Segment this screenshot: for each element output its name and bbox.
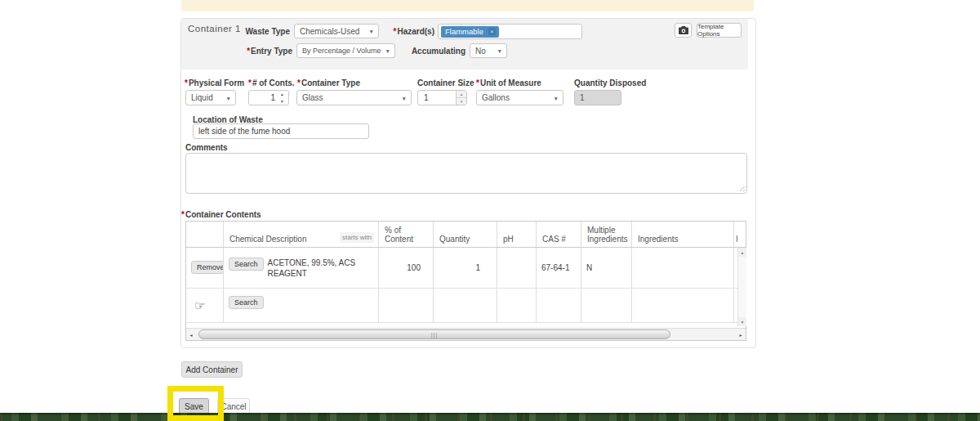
spin-up-icon[interactable]: ▴ [281,92,283,96]
ingredients-cell [631,289,733,322]
vertical-scrollbar[interactable]: ▴ ▾ [737,248,746,326]
chevron-down-icon: ▼ [385,48,390,54]
action-cell: ☞ [186,289,223,322]
pct-content-cell [378,289,433,322]
scrollbar-grip-icon: ||| [431,332,438,338]
hazard-input[interactable]: Flammable × [438,24,582,39]
search-button[interactable]: Search [229,258,264,271]
cancel-button[interactable]: Cancel [217,398,250,414]
chemical-description-column-header: Chemical Description starts with [223,222,378,247]
alert-strip [181,0,754,11]
ingredients-column-header: Ingredients [631,222,733,247]
template-options-button[interactable]: Template Options [697,23,742,38]
entry-type-label: *Entry Type [220,47,292,56]
container-type-value: Glass [302,93,323,102]
cas-cell: 67-64-1 [536,248,581,288]
chemical-description-cell: Search [223,289,378,322]
action-cell: Remove [186,248,223,288]
chevron-down-icon: ▼ [402,95,407,101]
add-container-button[interactable]: Add Container [181,361,243,378]
unit-of-measure-label: *Unit of Measure [476,78,541,87]
multiple-ingredients-cell [581,289,631,322]
pointing-hand-icon: ☞ [194,298,205,313]
waste-type-value: Chemicals-Used [300,27,359,36]
chip-close-icon[interactable]: × [488,28,496,35]
location-of-waste-value: left side of the fume hood [198,127,290,136]
clipped-column-header: I [733,222,737,247]
resize-grip-icon[interactable] [737,184,745,191]
ph-column-header: pH [497,222,536,247]
quantity-disposed-input: 1 [574,90,621,105]
cas-column-header: CAS # [536,222,581,247]
multiple-ingredients-cell: N [581,248,631,288]
table-row: ☞ Search [186,289,746,323]
table-row: Remove Search ACETONE, 99.5%, ACS REAGEN… [186,248,746,289]
container-contents-table: Chemical Description starts with % of Co… [185,221,746,341]
waste-container-form: Container 1 Waste Type Chemicals-Used ▼ … [0,0,980,421]
quantity-column-header: Quantity [433,222,497,247]
pct-content-cell: 100 [378,248,433,288]
table-header-row: Chemical Description starts with % of Co… [186,222,746,248]
multiple-ingredients-column-header: Multiple Ingredients [581,222,631,247]
scroll-up-icon[interactable]: ▴ [738,248,746,257]
spin-down-icon[interactable]: ▾ [281,99,283,104]
chevron-down-icon: ▼ [226,95,231,101]
accumulating-select[interactable]: No ▼ [470,43,507,58]
hazard-chip-label: Flammable [445,27,483,36]
spin-up-icon[interactable]: ▴ [457,91,466,98]
scroll-down-icon[interactable]: ▾ [738,317,746,326]
quantity-cell [433,289,497,322]
hazard-label: *Hazard(s) [368,27,434,36]
container-type-select[interactable]: Glass ▼ [296,90,412,105]
container-size-label: Container Size [417,78,474,87]
scrollbar-thumb[interactable]: ||| [198,329,670,339]
cas-cell [536,289,581,322]
camera-button[interactable] [675,23,692,38]
entry-type-value: By Percentage / Volume [302,47,381,55]
num-conts-label: *# of Conts. [248,78,295,87]
accumulating-value: No [475,47,486,56]
container-type-label: *Container Type [297,78,360,87]
waste-type-select[interactable]: Chemicals-Used ▼ [294,24,379,38]
scroll-right-icon[interactable]: ▸ [736,329,746,340]
unit-of-measure-select[interactable]: Gallons ▼ [476,90,564,105]
comments-label: Comments [185,143,228,152]
unit-of-measure-value: Gallons [482,93,510,102]
physical-form-select[interactable]: Liquid ▼ [185,90,236,105]
ingredients-cell [631,248,733,288]
entry-type-select[interactable]: By Percentage / Volume ▼ [296,43,395,58]
camera-icon [679,26,688,34]
chevron-down-icon: ▼ [497,48,502,54]
num-conts-value: 1 [270,93,275,102]
container-contents-label: *Container Contents [181,210,261,219]
ph-cell [497,289,536,322]
quantity-disposed-label: Quantity Disposed [574,78,646,87]
location-of-waste-input[interactable]: left side of the fume hood [193,123,369,139]
container-size-value: 1 [424,93,429,102]
scroll-left-icon[interactable]: ◂ [186,329,196,340]
quantity-cell: 1 [433,248,497,288]
spin-down-icon[interactable]: ▾ [457,98,466,105]
waste-type-label: Waste Type [211,27,290,36]
horizontal-scrollbar[interactable]: ◂ ▸ ||| [186,328,746,340]
remove-button[interactable]: Remove [191,261,223,274]
hazard-chip: Flammable × [441,26,499,38]
accumulating-label: Accumulating [392,47,466,56]
chemical-description-cell: Search ACETONE, 99.5%, ACS REAGENT [223,248,378,288]
search-button[interactable]: Search [229,296,264,309]
chevron-down-icon: ▼ [554,95,559,101]
starts-with-operator[interactable]: starts with [340,232,374,243]
save-button[interactable]: Save [179,398,209,414]
action-column-header [186,222,223,247]
ph-cell [497,248,536,288]
physical-form-label: *Physical Form [185,78,244,87]
num-conts-stepper[interactable]: 1 ▴ ▾ [248,90,289,105]
pct-content-column-header: % of Content [378,222,433,247]
container-size-stepper[interactable]: 1 ▴ ▾ [417,90,467,105]
quantity-disposed-value: 1 [580,93,585,102]
comments-textarea[interactable] [185,153,747,194]
background-image-strip [0,413,980,421]
physical-form-value: Liquid [191,93,213,102]
chemical-description-value: ACETONE, 99.5%, ACS REAGENT [268,258,356,278]
